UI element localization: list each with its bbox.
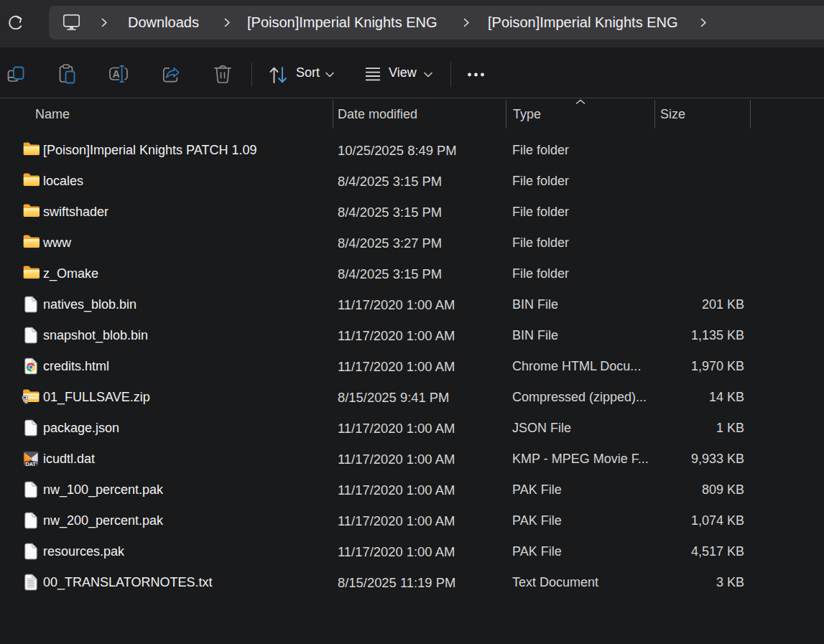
- svg-text:A: A: [113, 68, 121, 80]
